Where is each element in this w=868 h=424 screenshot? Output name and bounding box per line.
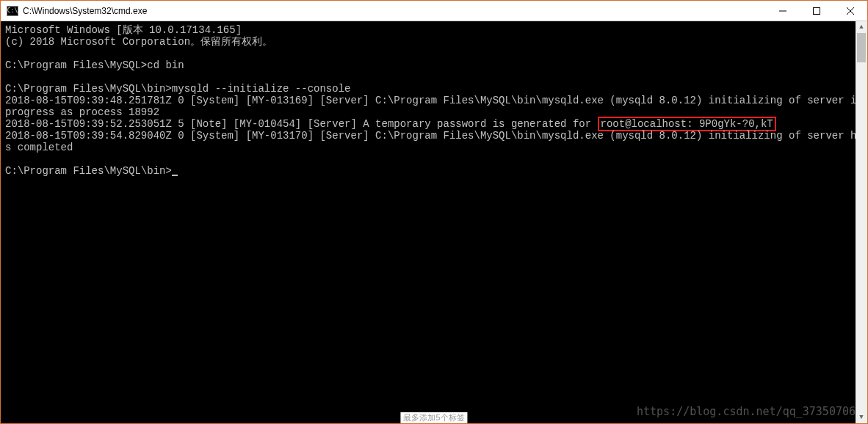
output-line: 2018-08-15T09:39:54.829040Z 0 [System] [… [5,130,863,153]
prompt-line: C:\Program Files\MySQL>cd bin [5,59,184,71]
minimize-button[interactable] [766,1,800,21]
terminal-output[interactable]: Microsoft Windows [版本 10.0.17134.165] (c… [1,21,867,423]
scroll-track[interactable] [856,33,867,412]
prompt-line: C:\Program Files\MySQL\bin> [5,165,172,177]
password-highlight: root@localhost: 9P0gYk-?0,kT [598,117,776,131]
prompt-line: C:\Program Files\MySQL\bin>mysqld --init… [5,83,350,95]
maximize-button[interactable] [800,1,833,21]
titlebar[interactable]: C:\ C:\Windows\System32\cmd.exe [1,1,867,21]
output-line: (c) 2018 Microsoft Corporation。保留所有权利。 [5,36,272,48]
cmd-window: C:\ C:\Windows\System32\cmd.exe Microsof… [1,1,867,423]
close-icon [847,7,854,15]
close-button[interactable] [833,1,867,21]
scroll-up-arrow[interactable]: ▲ [856,21,867,33]
watermark: https://blog.csdn.net/qq_37350706 [637,406,856,417]
minimize-icon [779,7,786,15]
svg-rect-1 [814,7,820,14]
window-controls [766,1,867,21]
app-icon: C:\ [7,6,18,16]
output-line: 2018-08-15T09:39:48.251781Z 0 [System] [… [5,95,867,118]
scroll-thumb[interactable] [857,33,866,62]
maximize-icon [813,7,820,15]
cursor [172,175,178,176]
footer-hint: 最多添加5个标签 [400,412,467,423]
output-line: 2018-08-15T09:39:52.253051Z 5 [Note] [MY… [5,118,598,130]
scroll-down-arrow[interactable]: ▼ [856,412,867,423]
window-title: C:\Windows\System32\cmd.exe [23,6,147,16]
scrollbar[interactable]: ▲ ▼ [856,21,867,423]
output-line: Microsoft Windows [版本 10.0.17134.165] [5,24,242,36]
